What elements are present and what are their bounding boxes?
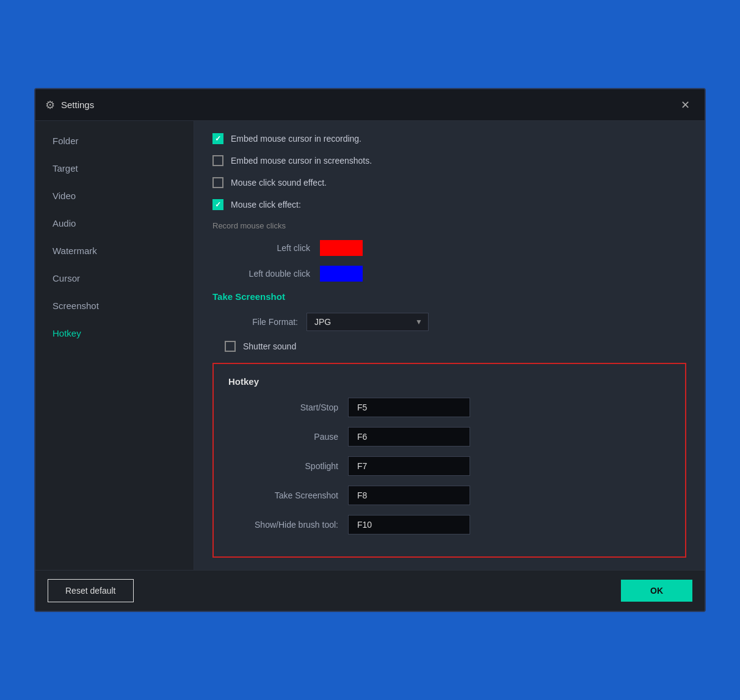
spotlight-label: Spotlight xyxy=(228,461,338,471)
hotkey-section-title: Hotkey xyxy=(228,376,670,387)
pause-input[interactable] xyxy=(348,427,470,447)
spotlight-input[interactable] xyxy=(348,456,470,476)
embed-cursor-screenshots-label: Embed mouse cursor in screenshots. xyxy=(231,156,372,166)
sidebar: FolderTargetVideoAudioWatermarkCursorScr… xyxy=(35,121,194,570)
hotkey-spotlight-row: Spotlight xyxy=(228,456,670,476)
titlebar: ⚙ Settings ✕ xyxy=(35,89,705,121)
left-double-click-color-swatch[interactable] xyxy=(320,266,363,282)
file-format-label: File Format: xyxy=(225,317,298,327)
take-screenshot-input[interactable] xyxy=(348,486,470,505)
shutter-sound-label: Shutter sound xyxy=(243,341,296,351)
checkbox-mouse-click-sound[interactable] xyxy=(212,177,223,188)
shutter-sound-row: Shutter sound xyxy=(212,341,686,352)
settings-icon: ⚙ xyxy=(45,98,55,112)
show-hide-brush-input[interactable] xyxy=(348,515,470,534)
start-stop-input[interactable] xyxy=(348,398,470,417)
hotkey-start-stop-row: Start/Stop xyxy=(228,398,670,417)
left-click-row: Left click xyxy=(212,240,686,256)
mouse-click-effect-label: Mouse click effect: xyxy=(231,200,301,210)
take-screenshot-section-title: Take Screenshot xyxy=(212,291,686,302)
main-content: Embed mouse cursor in recording. Embed m… xyxy=(194,121,705,570)
sidebar-item-target[interactable]: Target xyxy=(35,155,194,182)
show-hide-brush-label: Show/Hide brush tool: xyxy=(228,520,338,530)
checkbox-mouse-click-effect[interactable] xyxy=(212,199,223,210)
checkbox-row-embed-recording: Embed mouse cursor in recording. xyxy=(212,133,686,144)
sidebar-item-folder[interactable]: Folder xyxy=(35,127,194,155)
start-stop-label: Start/Stop xyxy=(228,403,338,412)
hotkey-pause-row: Pause xyxy=(228,427,670,447)
checkbox-row-mouse-sound: Mouse click sound effect. xyxy=(212,177,686,188)
take-screenshot-hotkey-label: Take Screenshot xyxy=(228,490,338,500)
hotkey-take-screenshot-row: Take Screenshot xyxy=(228,486,670,505)
sidebar-item-audio[interactable]: Audio xyxy=(35,210,194,237)
content-area: FolderTargetVideoAudioWatermarkCursorScr… xyxy=(35,121,705,570)
left-double-click-label: Left double click xyxy=(225,269,310,279)
sidebar-item-watermark[interactable]: Watermark xyxy=(35,237,194,264)
checkbox-shutter-sound[interactable] xyxy=(225,341,236,352)
checkbox-embed-cursor-screenshots[interactable] xyxy=(212,155,223,166)
left-double-click-row: Left double click xyxy=(212,266,686,282)
checkbox-embed-cursor-recording[interactable] xyxy=(212,133,223,144)
ok-button[interactable]: OK xyxy=(621,580,692,602)
settings-window: ⚙ Settings ✕ FolderTargetVideoAudioWater… xyxy=(34,88,706,612)
sidebar-item-hotkey[interactable]: Hotkey xyxy=(35,319,194,347)
hotkey-section: Hotkey Start/Stop Pause Spotlight T xyxy=(212,363,686,558)
embed-cursor-recording-label: Embed mouse cursor in recording. xyxy=(231,134,361,144)
footer: Reset default OK xyxy=(35,570,705,611)
scroll-area[interactable]: Embed mouse cursor in recording. Embed m… xyxy=(194,121,705,570)
left-click-color-swatch[interactable] xyxy=(320,240,363,256)
sidebar-item-video[interactable]: Video xyxy=(35,182,194,210)
close-button[interactable]: ✕ xyxy=(676,96,695,114)
checkbox-row-embed-screenshots: Embed mouse cursor in screenshots. xyxy=(212,155,686,166)
sidebar-item-cursor[interactable]: Cursor xyxy=(35,264,194,292)
record-mouse-clicks-label: Record mouse clicks xyxy=(212,221,686,230)
file-format-select[interactable]: JPG PNG BMP xyxy=(307,313,429,331)
checkbox-row-mouse-effect: Mouse click effect: xyxy=(212,199,686,210)
pause-label: Pause xyxy=(228,432,338,442)
mouse-click-sound-label: Mouse click sound effect. xyxy=(231,178,327,188)
sidebar-item-screenshot[interactable]: Screenshot xyxy=(35,292,194,319)
left-click-label: Left click xyxy=(225,243,310,253)
file-format-row: File Format: JPG PNG BMP ▼ xyxy=(212,313,686,331)
reset-default-button[interactable]: Reset default xyxy=(48,579,134,602)
file-format-select-wrap: JPG PNG BMP ▼ xyxy=(307,313,429,331)
hotkey-show-hide-brush-row: Show/Hide brush tool: xyxy=(228,515,670,534)
titlebar-title: Settings xyxy=(61,100,676,110)
